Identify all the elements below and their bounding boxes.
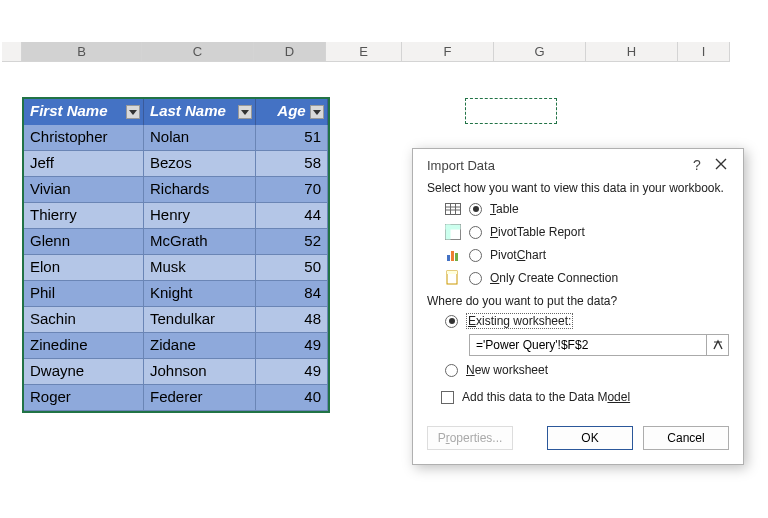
copy-selection-outline [465, 98, 557, 124]
col-header[interactable]: H [586, 42, 678, 62]
table-cell[interactable]: 50 [256, 255, 328, 281]
table-row[interactable]: DwayneJohnson49 [24, 359, 328, 385]
range-picker-button[interactable] [706, 335, 728, 355]
radio-table[interactable] [469, 203, 482, 216]
table-cell[interactable]: Roger [24, 385, 144, 411]
filter-button[interactable] [238, 105, 252, 119]
close-button[interactable] [709, 157, 733, 173]
col-header[interactable]: I [678, 42, 730, 62]
radio-table-label: Table [490, 202, 519, 216]
where-prompt: Where do you want to put the data? [427, 294, 729, 308]
table-cell[interactable]: Dwayne [24, 359, 144, 385]
connection-icon [445, 270, 461, 286]
table-row[interactable]: PhilKnight84 [24, 281, 328, 307]
table-row[interactable]: ZinedineZidane49 [24, 333, 328, 359]
col-header[interactable]: G [494, 42, 586, 62]
svg-rect-9 [451, 251, 454, 261]
table-cell[interactable]: 49 [256, 333, 328, 359]
table-cell[interactable]: Musk [144, 255, 256, 281]
filter-button[interactable] [310, 105, 324, 119]
table-row[interactable]: GlennMcGrath52 [24, 229, 328, 255]
cell-reference-field[interactable] [469, 334, 729, 356]
table-cell[interactable]: Knight [144, 281, 256, 307]
radio-pivottable[interactable] [469, 226, 482, 239]
table-cell[interactable]: Sachin [24, 307, 144, 333]
col-header[interactable]: E [326, 42, 402, 62]
table-icon [445, 201, 461, 217]
radio-pivotchart[interactable] [469, 249, 482, 262]
table-cell[interactable]: McGrath [144, 229, 256, 255]
table-cell[interactable]: Bezos [144, 151, 256, 177]
table-row[interactable]: JeffBezos58 [24, 151, 328, 177]
table-header-first[interactable]: First Name [24, 99, 144, 125]
view-prompt: Select how you want to view this data in… [427, 181, 729, 195]
checkbox-data-model-label: Add this data to the Data Model [462, 390, 630, 404]
col-header-gutter [2, 42, 22, 62]
table-row[interactable]: VivianRichards70 [24, 177, 328, 203]
table-cell[interactable]: Federer [144, 385, 256, 411]
table-cell[interactable]: Vivian [24, 177, 144, 203]
header-last-label: Last Name [150, 102, 226, 119]
table-cell[interactable]: 40 [256, 385, 328, 411]
radio-pivotchart-label: PivotChart [490, 248, 546, 262]
table-cell[interactable]: Tendulkar [144, 307, 256, 333]
table-cell[interactable]: Zinedine [24, 333, 144, 359]
table-cell[interactable]: 49 [256, 359, 328, 385]
header-first-label: First Name [30, 102, 108, 119]
table-cell[interactable]: Christopher [24, 125, 144, 151]
pivotchart-icon [445, 247, 461, 263]
header-age-label: Age [277, 102, 305, 119]
radio-pivottable-label: PivotTable Report [490, 225, 585, 239]
import-data-dialog: Import Data ? Select how you want to vie… [412, 148, 744, 465]
checkbox-data-model[interactable] [441, 391, 454, 404]
table-row[interactable]: ChristopherNolan51 [24, 125, 328, 151]
table-cell[interactable]: 58 [256, 151, 328, 177]
table-cell[interactable]: Elon [24, 255, 144, 281]
table-cell[interactable]: Johnson [144, 359, 256, 385]
radio-new-worksheet[interactable] [445, 364, 458, 377]
col-header[interactable]: D [254, 42, 326, 62]
table-cell[interactable]: Thierry [24, 203, 144, 229]
cell-reference-input[interactable] [470, 335, 706, 355]
table-cell[interactable]: 52 [256, 229, 328, 255]
table-cell[interactable]: Nolan [144, 125, 256, 151]
radio-existing[interactable] [445, 315, 458, 328]
table-cell[interactable]: Henry [144, 203, 256, 229]
svg-rect-7 [446, 225, 461, 230]
table-cell[interactable]: 44 [256, 203, 328, 229]
svg-rect-8 [447, 255, 450, 261]
table-row[interactable]: ElonMusk50 [24, 255, 328, 281]
table-cell[interactable]: Zidane [144, 333, 256, 359]
properties-button: Properties... [427, 426, 513, 450]
col-header[interactable]: C [142, 42, 254, 62]
col-header[interactable]: B [22, 42, 142, 62]
radio-existing-label: Existing worksheet: [466, 314, 573, 328]
table-cell[interactable]: 51 [256, 125, 328, 151]
ok-button[interactable]: OK [547, 426, 633, 450]
svg-rect-10 [455, 253, 458, 261]
table-cell[interactable]: 70 [256, 177, 328, 203]
pivottable-icon [445, 224, 461, 240]
svg-rect-0 [446, 204, 461, 215]
dialog-title: Import Data [427, 158, 685, 173]
table-cell[interactable]: 84 [256, 281, 328, 307]
filter-button[interactable] [126, 105, 140, 119]
help-button[interactable]: ? [685, 157, 709, 173]
col-header[interactable]: F [402, 42, 494, 62]
table-row[interactable]: ThierryHenry44 [24, 203, 328, 229]
table-header-last[interactable]: Last Name [144, 99, 256, 125]
cancel-button[interactable]: Cancel [643, 426, 729, 450]
worksheet-grid[interactable]: B C D E F G H I [2, 42, 730, 62]
table-cell[interactable]: 48 [256, 307, 328, 333]
table-cell[interactable]: Glenn [24, 229, 144, 255]
table-header-age[interactable]: Age [256, 99, 328, 125]
table-cell[interactable]: Richards [144, 177, 256, 203]
radio-new-label: New worksheet [466, 363, 548, 377]
radio-connection-label: Only Create Connection [490, 271, 618, 285]
table-cell[interactable]: Jeff [24, 151, 144, 177]
table-cell[interactable]: Phil [24, 281, 144, 307]
radio-connection[interactable] [469, 272, 482, 285]
data-table[interactable]: First Name Last Name Age ChristopherNola… [22, 97, 330, 413]
table-row[interactable]: SachinTendulkar48 [24, 307, 328, 333]
table-row[interactable]: RogerFederer40 [24, 385, 328, 411]
